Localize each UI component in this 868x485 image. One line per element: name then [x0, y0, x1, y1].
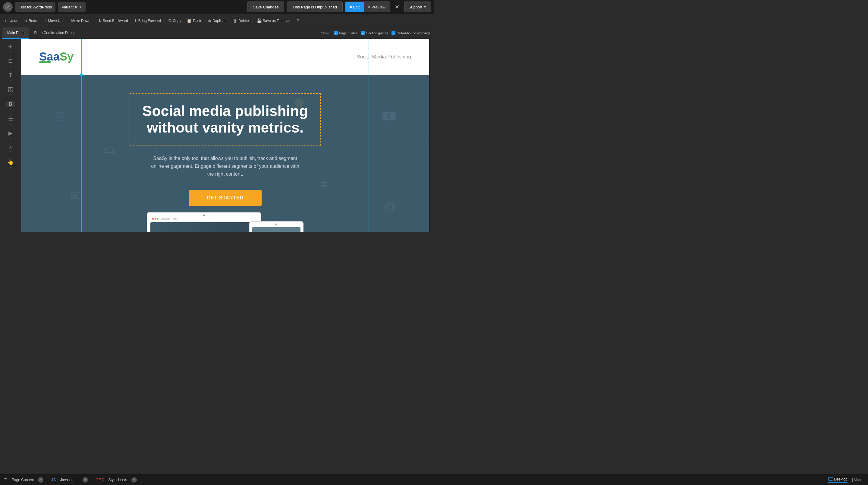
code-icon: </>: [7, 145, 13, 150]
laptop-screen: [150, 222, 258, 232]
sidebar-item-video[interactable]: ▶ ▶: [2, 128, 19, 141]
out-of-bound-checkbox[interactable]: [392, 31, 396, 35]
show-options: Show: Page guides Section guides Out-of-…: [321, 31, 434, 35]
app-logo[interactable]: [3, 2, 13, 12]
code-arrow: ▶: [10, 150, 11, 153]
show-page-guides[interactable]: Page guides: [334, 31, 358, 35]
image-icon: 🖼: [8, 87, 13, 93]
tablet-mockup: 👤 Jane Smith New York ⚙: [249, 221, 304, 232]
undo-icon: ↩: [5, 19, 8, 23]
save-changes-button[interactable]: Save Changes: [247, 1, 284, 12]
move-down-icon: ↓: [68, 19, 70, 23]
dot-green: [157, 218, 158, 220]
section-guides-checkbox[interactable]: [361, 31, 365, 35]
undo-button[interactable]: ↩ Undo: [2, 17, 21, 24]
selected-hero-title-box[interactable]: Social media publishing without vanity m…: [130, 93, 320, 146]
text-arrow: ▶: [10, 79, 11, 82]
sidebar-item-sections[interactable]: ⊡ ▶: [2, 56, 19, 69]
cta-button[interactable]: GET STARTED: [189, 190, 262, 206]
edit-button[interactable]: Edit: [345, 2, 364, 12]
bring-forward-button[interactable]: ⬆ Bring Forward: [131, 17, 163, 24]
bg-icon-email: 📧: [381, 109, 397, 123]
sidebar-item-button[interactable]: B ▶: [2, 99, 19, 112]
video-arrow: ▶: [10, 137, 11, 140]
tablet-screen: 👤 Jane Smith New York ⚙: [252, 227, 301, 232]
save-template-button[interactable]: 💾 Save as Template: [254, 17, 294, 24]
edit-dot: [350, 6, 352, 8]
sidebar-item-text[interactable]: T ▶: [2, 70, 19, 84]
help-button[interactable]: ?: [294, 18, 301, 24]
toolbar-sep-2: [94, 17, 94, 24]
support-button[interactable]: Support ▼: [404, 1, 431, 12]
unpublished-button[interactable]: This Page is Unpublished: [287, 1, 342, 12]
tab-main-page[interactable]: Main Page: [2, 27, 29, 39]
copy-icon: ⧉: [168, 18, 172, 23]
toolbar: ↩ Undo ↪ Redo ↑ Move Up ↓ Move Down ⬇ Se…: [0, 14, 434, 27]
bg-icon-mail: ✉: [70, 189, 80, 203]
sidebar-item-code[interactable]: </> ▶: [2, 142, 19, 156]
dot-red: [152, 218, 154, 220]
bg-icon-cart: 🛒: [54, 109, 69, 123]
variant-button[interactable]: Variant A ▼: [58, 2, 86, 12]
send-backward-button[interactable]: ⬇ Send Backward: [96, 17, 130, 24]
video-icon: ▶: [8, 130, 13, 136]
laptop-dot: [203, 215, 205, 216]
right-collapse[interactable]: ›: [429, 39, 434, 232]
redo-icon: ↪: [24, 19, 27, 23]
sidebar-item-action[interactable]: 👆 ▶: [2, 157, 19, 170]
site-logo: SaaSy: [39, 51, 73, 63]
bg-icon-tag: 🏷: [103, 143, 115, 157]
action-icon: 👆: [7, 159, 14, 165]
bg-icon-hash: #: [320, 177, 327, 191]
button-arrow: ▶: [10, 108, 11, 110]
list-icon: ☰: [8, 116, 13, 122]
device-preview: Savannah Fletcher 👤: [33, 206, 417, 232]
site-header: SaaSy Social Media Publishing: [21, 39, 429, 75]
right-collapse-icon: ›: [431, 133, 433, 137]
move-up-button[interactable]: ↑ Move Up: [42, 17, 65, 24]
move-down-button[interactable]: ↓ Move Down: [65, 17, 93, 24]
duplicate-button[interactable]: ⊕ Duplicate: [205, 17, 230, 24]
section-guides-label: Section guides: [366, 31, 388, 35]
main-content: ⊞ ▶ ⊡ ▶ T ▶ 🖼 ▶ B ▶ ☰ ▶ ▶ ▶ </> ▶: [0, 39, 434, 232]
preview-button[interactable]: Preview: [364, 2, 390, 12]
page-canvas: SaaSy Social Media Publishing 🛒 🏷 ✉ 📡 ♥ …: [21, 39, 429, 232]
laptop-mockup: Savannah Fletcher: [147, 212, 261, 232]
hero-title: Social media publishing without vanity m…: [142, 103, 308, 136]
show-out-of-bound[interactable]: Out-of-bound warnings: [392, 31, 430, 35]
sidebar-item-list[interactable]: ☰ ▶: [2, 114, 19, 127]
left-sidebar: ⊞ ▶ ⊡ ▶ T ▶ 🖼 ▶ B ▶ ☰ ▶ ▶ ▶ </> ▶: [0, 39, 21, 232]
toolbar-sep-1: [41, 17, 41, 24]
page-name-button[interactable]: Test for WordPress: [15, 2, 56, 12]
sidebar-item-image[interactable]: 🖼 ▶: [2, 85, 19, 98]
page-area[interactable]: SaaSy Social Media Publishing 🛒 🏷 ✉ 📡 ♥ …: [21, 39, 429, 232]
move-up-icon: ↑: [44, 19, 47, 23]
hero-section[interactable]: 🛒 🏷 ✉ 📡 ♥ 📧 🎧 @ 💡 # Social media publish…: [21, 75, 429, 232]
button-icon: B: [6, 101, 15, 107]
send-backward-icon: ⬇: [98, 19, 101, 23]
delete-button[interactable]: 🗑 Delete: [230, 17, 251, 24]
layouts-icon: ⊞: [8, 43, 13, 50]
tablet-dot: [276, 224, 277, 225]
hero-subtitle: SaaSy is the only tool that allows you t…: [150, 155, 301, 178]
list-arrow: ▶: [10, 123, 11, 125]
redo-button[interactable]: ↪ Redo: [22, 17, 40, 24]
show-section-guides[interactable]: Section guides: [361, 31, 388, 35]
top-bar: Test for WordPress Variant A ▼ Save Chan…: [0, 0, 434, 14]
close-button[interactable]: ✕: [393, 1, 402, 12]
paste-button[interactable]: 📋 Paste: [184, 17, 205, 24]
laptop-user-name: Savannah Fletcher: [161, 218, 179, 220]
layouts-arrow: ▶: [10, 50, 11, 53]
page-guides-label: Page guides: [339, 31, 358, 35]
paste-icon: 📋: [187, 19, 192, 23]
copy-button[interactable]: ⧉ Copy: [166, 17, 184, 24]
save-template-icon: 💾: [256, 19, 261, 23]
tab-form-dialog[interactable]: Form Confirmation Dialog: [29, 27, 80, 39]
laptop-header: Savannah Fletcher: [150, 216, 258, 222]
sidebar-item-layouts[interactable]: ⊞ ▶: [2, 41, 19, 55]
show-label: Show:: [321, 31, 330, 35]
edit-preview-group: Edit Preview: [345, 1, 390, 12]
site-tagline: Social Media Publishing: [357, 54, 411, 60]
bring-forward-icon: ⬆: [133, 19, 137, 23]
page-guides-checkbox[interactable]: [334, 31, 338, 35]
